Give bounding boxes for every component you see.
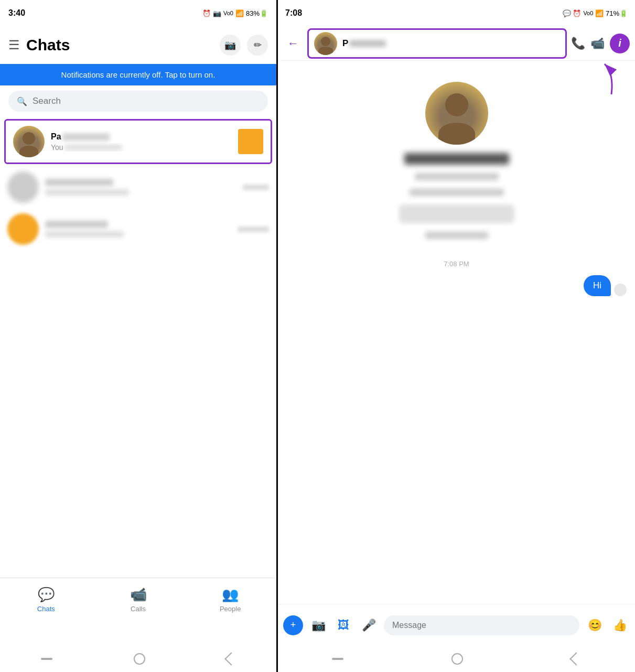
right-time: 7:08 bbox=[285, 8, 302, 18]
chat-list: Pa You bbox=[0, 117, 276, 578]
chat-input-area: + 📷 🖼 🎤 😊 👍 bbox=[278, 604, 635, 646]
profile-avatar-large bbox=[425, 82, 488, 145]
profile-name-blurred bbox=[404, 153, 509, 165]
right-status-icons: 💬 ⏰ Vo0 📶 71%🔋 bbox=[563, 9, 628, 17]
header-icons: 📷 ✏ bbox=[220, 35, 268, 56]
chat-preview-3 bbox=[45, 231, 124, 237]
nav-chats[interactable]: 💬 Chats bbox=[0, 583, 92, 613]
status-bar-right: 7:08 💬 ⏰ Vo0 📶 71%🔋 bbox=[278, 0, 635, 26]
profile-detail-1 bbox=[415, 173, 499, 180]
profile-actions-blurred bbox=[399, 204, 514, 223]
chat-header-right: ← P 📞 📹 i bbox=[278, 26, 635, 61]
message-timestamp: 7:08 PM bbox=[286, 255, 627, 273]
chat-name-3 bbox=[45, 221, 108, 228]
avatar-person1 bbox=[13, 126, 45, 157]
thumbs-up-button[interactable]: 👍 bbox=[610, 615, 630, 635]
search-icon: 🔍 bbox=[17, 96, 27, 106]
message-bubble-wrap: Hi bbox=[286, 273, 627, 298]
notification-text: Notifications are currently off. Tap to … bbox=[61, 70, 216, 79]
chat-preview-1: You bbox=[51, 143, 232, 151]
edit-button[interactable]: ✏ bbox=[247, 35, 268, 56]
camera-input-button[interactable]: 📷 bbox=[308, 615, 328, 635]
people-nav-icon: 👥 bbox=[222, 587, 239, 603]
chat-item-2[interactable] bbox=[0, 166, 276, 208]
profile-detail-2 bbox=[410, 189, 504, 196]
left-time: 3:40 bbox=[8, 8, 25, 18]
message-input[interactable] bbox=[384, 615, 579, 635]
profile-detail-3 bbox=[425, 232, 488, 239]
search-input-wrap[interactable]: 🔍 bbox=[8, 91, 268, 112]
chat-preview-2 bbox=[45, 189, 129, 196]
notification-bar[interactable]: Notifications are currently off. Tap to … bbox=[0, 64, 276, 85]
status-bar-left: 3:40 ⏰ 📷 Vo0 📶 83%🔋 bbox=[0, 0, 276, 26]
plus-icon: + bbox=[290, 620, 296, 631]
nav-people[interactable]: 👥 People bbox=[184, 583, 276, 613]
chat-thumb-1 bbox=[238, 129, 263, 154]
nav-calls[interactable]: 📹 Calls bbox=[92, 583, 185, 613]
contact-badge[interactable]: P bbox=[307, 28, 567, 59]
right-gesture-back bbox=[569, 652, 583, 665]
bottom-nav-left: 💬 Chats 📹 Calls 👥 People bbox=[0, 578, 276, 646]
gesture-btn-menu bbox=[41, 658, 52, 660]
gesture-btn-back bbox=[224, 652, 238, 665]
emoji-icon: 😊 bbox=[588, 619, 602, 632]
chats-nav-label: Chats bbox=[37, 605, 55, 613]
camera-button[interactable]: 📷 bbox=[220, 35, 241, 56]
chats-title: Chats bbox=[26, 36, 220, 54]
calls-nav-icon: 📹 bbox=[130, 587, 147, 603]
video-call-button[interactable]: 📹 bbox=[590, 37, 605, 50]
message-bubble-hi: Hi bbox=[584, 275, 611, 296]
profile-info-block bbox=[286, 61, 627, 255]
call-button[interactable]: 📞 bbox=[571, 37, 585, 50]
chats-nav-icon: 💬 bbox=[38, 587, 55, 603]
avatar-blurred-3 bbox=[7, 213, 39, 245]
mic-input-button[interactable]: 🎤 bbox=[359, 615, 379, 635]
left-header: ☰ Chats 📷 ✏ bbox=[0, 26, 276, 64]
chat-name-1: Pa bbox=[51, 132, 232, 142]
image-input-icon: 🖼 bbox=[338, 619, 349, 632]
right-gesture-area bbox=[278, 646, 635, 672]
info-button[interactable]: i bbox=[610, 34, 630, 53]
right-gesture-home bbox=[451, 653, 463, 665]
chat-time-3 bbox=[238, 226, 269, 232]
highlighted-chat-box: Pa You bbox=[4, 119, 272, 164]
message-bubble-tail bbox=[614, 284, 627, 296]
calls-nav-label: Calls bbox=[131, 605, 146, 613]
people-nav-label: People bbox=[220, 605, 241, 613]
chat-item-3[interactable] bbox=[0, 208, 276, 250]
menu-icon[interactable]: ☰ bbox=[8, 38, 20, 52]
search-input[interactable] bbox=[33, 96, 260, 106]
mic-input-icon: 🎤 bbox=[362, 619, 376, 632]
back-button[interactable]: ← bbox=[283, 35, 303, 52]
chat-item-1[interactable]: Pa You bbox=[6, 121, 271, 162]
contact-avatar-small bbox=[314, 32, 337, 55]
thumbs-up-icon: 👍 bbox=[613, 619, 627, 632]
emoji-button[interactable]: 😊 bbox=[585, 615, 605, 635]
chat-content-2 bbox=[45, 179, 236, 196]
chat-content-3 bbox=[45, 221, 231, 237]
contact-name-header: P bbox=[342, 38, 386, 49]
chat-time-2 bbox=[243, 185, 269, 190]
info-icon: i bbox=[618, 37, 621, 49]
chat-content-1: Pa You bbox=[51, 132, 232, 151]
right-gesture-menu bbox=[332, 658, 343, 660]
plus-button[interactable]: + bbox=[283, 615, 303, 635]
chat-name-2 bbox=[45, 179, 113, 186]
avatar-blurred-2 bbox=[7, 171, 39, 203]
search-bar-container: 🔍 bbox=[0, 85, 276, 117]
chat-body: 7:08 PM Hi bbox=[278, 61, 635, 604]
left-panel: 3:40 ⏰ 📷 Vo0 📶 83%🔋 ☰ Chats 📷 ✏ Notifica… bbox=[0, 0, 278, 672]
left-status-icons: ⏰ 📷 Vo0 📶 83%🔋 bbox=[202, 9, 268, 17]
right-panel: 7:08 💬 ⏰ Vo0 📶 71%🔋 ← P 📞 📹 i bbox=[278, 0, 635, 672]
left-gesture-area bbox=[0, 646, 276, 672]
gesture-btn-home bbox=[134, 653, 145, 665]
chat-header-actions: 📞 📹 i bbox=[571, 34, 630, 53]
image-input-button[interactable]: 🖼 bbox=[333, 615, 353, 635]
camera-input-icon: 📷 bbox=[311, 619, 326, 632]
